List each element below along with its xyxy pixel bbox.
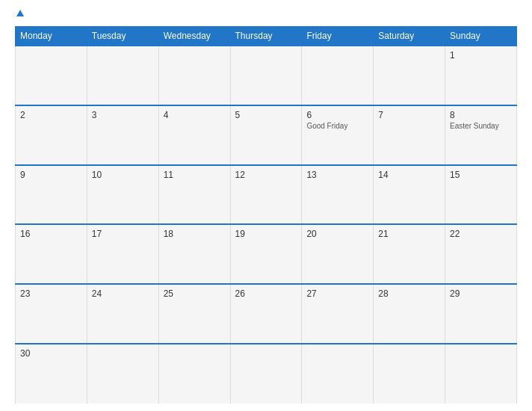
weekday-header-saturday: Saturday	[374, 27, 445, 46]
calendar-cell: 21	[374, 224, 445, 284]
weekday-header-friday: Friday	[302, 27, 374, 46]
day-number: 14	[378, 170, 440, 180]
calendar-cell: 11	[158, 165, 230, 225]
day-number: 23	[20, 288, 82, 299]
day-number: 2	[20, 110, 82, 120]
calendar-cell: 8Easter Sunday	[445, 105, 517, 165]
calendar-cell	[445, 344, 517, 404]
day-number: 8	[450, 110, 512, 120]
calendar-week-row: 9101112131415	[16, 165, 517, 225]
weekday-header-wednesday: Wednesday	[158, 27, 230, 46]
weekday-header-tuesday: Tuesday	[87, 27, 158, 46]
calendar-week-row: 30	[16, 344, 517, 404]
day-number: 6	[306, 110, 368, 120]
calendar-cell	[302, 46, 374, 105]
calendar-cell: 2	[16, 105, 87, 165]
day-number: 18	[164, 229, 226, 239]
day-number: 5	[235, 110, 297, 120]
page-header	[15, 7, 517, 20]
calendar-cell: 27	[302, 284, 374, 344]
calendar-cell	[158, 46, 230, 105]
day-number: 9	[20, 170, 82, 180]
weekday-header-sunday: Sunday	[445, 27, 517, 46]
calendar-cell	[158, 344, 230, 404]
calendar-table: MondayTuesdayWednesdayThursdayFridaySatu…	[15, 26, 517, 404]
calendar-cell: 23	[16, 284, 87, 344]
calendar-cell: 5	[230, 105, 302, 165]
calendar-week-row: 23242526272829	[16, 284, 517, 344]
calendar-cell: 30	[16, 344, 87, 404]
calendar-cell: 26	[230, 284, 302, 344]
calendar-week-row: 1	[16, 46, 517, 105]
calendar-cell: 4	[158, 105, 230, 165]
weekday-header-thursday: Thursday	[230, 27, 302, 46]
day-number: 11	[164, 170, 226, 180]
calendar-cell	[16, 46, 87, 105]
calendar-cell: 18	[158, 224, 230, 284]
day-number: 29	[450, 288, 512, 299]
calendar-cell: 14	[374, 165, 445, 225]
day-number: 19	[235, 229, 297, 239]
calendar-cell: 19	[230, 224, 302, 284]
logo-triangle-icon	[16, 10, 24, 16]
day-number: 15	[450, 170, 512, 180]
day-number: 26	[235, 288, 297, 299]
calendar-cell: 10	[87, 165, 158, 225]
calendar-cell: 16	[16, 224, 87, 284]
calendar-cell: 15	[445, 165, 517, 225]
day-number: 17	[92, 229, 154, 239]
calendar-cell: 20	[302, 224, 374, 284]
day-number: 28	[378, 288, 440, 299]
day-number: 30	[20, 348, 82, 359]
day-number: 13	[306, 170, 368, 180]
calendar-cell	[87, 344, 158, 404]
day-number: 16	[20, 229, 82, 239]
calendar-cell: 7	[374, 105, 445, 165]
day-number: 20	[306, 229, 368, 239]
weekday-header-monday: Monday	[16, 27, 87, 46]
day-number: 12	[235, 170, 297, 180]
calendar-cell	[374, 344, 445, 404]
calendar-cell: 25	[158, 284, 230, 344]
day-number: 3	[92, 110, 154, 120]
weekday-header-row: MondayTuesdayWednesdayThursdayFridaySatu…	[16, 27, 517, 46]
calendar-cell: 17	[87, 224, 158, 284]
calendar-week-row: 16171819202122	[16, 224, 517, 284]
calendar-cell: 29	[445, 284, 517, 344]
day-number: 22	[450, 229, 512, 239]
calendar-cell: 3	[87, 105, 158, 165]
calendar-cell	[302, 344, 374, 404]
calendar-cell: 28	[374, 284, 445, 344]
day-number: 7	[378, 110, 440, 120]
calendar-cell: 13	[302, 165, 374, 225]
calendar-cell	[87, 46, 158, 105]
calendar-cell: 9	[16, 165, 87, 225]
day-number: 10	[92, 170, 154, 180]
day-number: 27	[306, 288, 368, 299]
calendar-cell	[230, 344, 302, 404]
day-number: 21	[378, 229, 440, 239]
calendar-week-row: 23456Good Friday78Easter Sunday	[16, 105, 517, 165]
day-number: 4	[164, 110, 226, 120]
day-number: 24	[92, 288, 154, 299]
calendar-cell	[230, 46, 302, 105]
holiday-label: Good Friday	[306, 122, 368, 130]
day-number: 1	[450, 50, 512, 61]
calendar-cell: 12	[230, 165, 302, 225]
day-number: 25	[164, 288, 226, 299]
calendar-cell	[374, 46, 445, 105]
calendar-cell: 22	[445, 224, 517, 284]
calendar-cell: 6Good Friday	[302, 105, 374, 165]
calendar-cell: 1	[445, 46, 517, 105]
logo	[15, 10, 24, 17]
holiday-label: Easter Sunday	[450, 122, 512, 130]
calendar-cell: 24	[87, 284, 158, 344]
